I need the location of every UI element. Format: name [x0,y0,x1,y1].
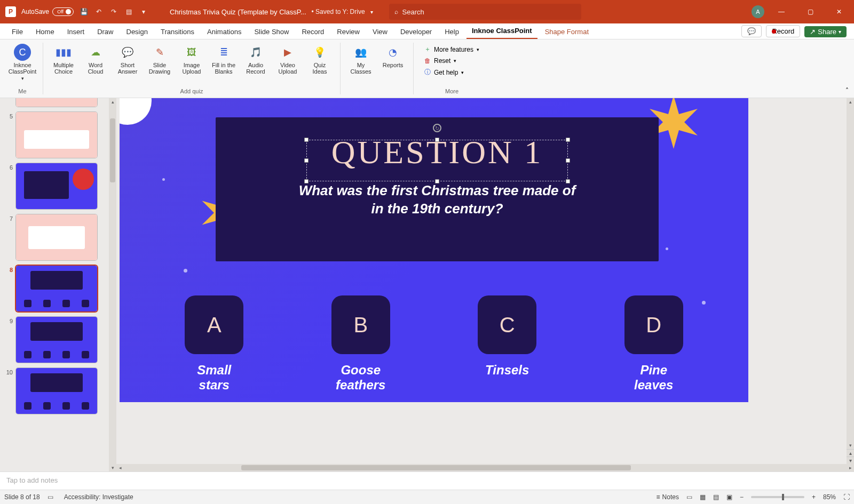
tab-slideshow[interactable]: Slide Show [249,25,294,39]
slide-thumb[interactable] [16,98,97,107]
resize-handle[interactable] [435,179,439,183]
resize-handle[interactable] [566,138,570,142]
view-reading-button[interactable]: ▤ [713,493,719,501]
redo-icon[interactable]: ↷ [109,7,118,17]
thumbnail-scrollbar[interactable]: ▴ ▾ [109,98,116,471]
thumbnail-list[interactable]: 5 6 7 8 9 10 [0,98,109,471]
tab-draw[interactable]: Draw [92,25,118,39]
zoom-out-button[interactable]: − [740,493,744,501]
tab-review[interactable]: Review [331,25,365,39]
reset-button[interactable]: 🗑Reset▾ [424,57,479,65]
fill-blanks-button[interactable]: ≣Fill in the Blanks [209,42,239,77]
reports-button[interactable]: ◔Reports [378,42,408,77]
scroll-up-icon[interactable]: ▴ [109,98,116,106]
resize-handle[interactable] [304,158,309,163]
tab-view[interactable]: View [367,25,393,39]
scroll-right-icon[interactable]: ▸ [847,465,854,470]
my-classes-button[interactable]: 👥My Classes [346,42,376,77]
scroll-handle[interactable] [110,118,115,182]
autosave-toggle[interactable]: Off [52,7,74,16]
scroll-up-icon[interactable]: ▴ [847,98,854,106]
tab-help[interactable]: Help [439,25,464,39]
slide-thumb-9[interactable] [16,317,97,363]
zoom-slider[interactable] [751,496,804,498]
undo-icon[interactable]: ↶ [94,7,104,17]
scroll-down-icon[interactable]: ▾ [109,464,116,471]
slide-thumb-6[interactable] [16,163,97,209]
maximize-button[interactable]: ▢ [798,0,822,23]
slide-thumb-10[interactable] [16,368,97,414]
inknoe-classpoint-button[interactable]: C Inknoe ClassPoint ▾ [7,42,37,83]
answer-label[interactable]: Small stars [182,363,246,393]
tab-file[interactable]: File [6,25,28,39]
slide-thumb-7[interactable] [16,214,97,260]
answer-tile[interactable]: B [331,295,390,354]
zoom-in-button[interactable]: + [812,493,816,501]
zoom-knob[interactable] [782,494,784,500]
search-input[interactable] [402,8,576,16]
tab-inknoe-classpoint[interactable]: Inknoe ClassPoint [466,23,537,39]
notes-button[interactable]: ≡Notes [657,493,679,501]
resize-handle[interactable] [304,138,309,142]
get-help-button[interactable]: ⓘGet help▾ [424,68,479,77]
rotation-handle[interactable] [433,124,441,132]
slide-drawing-button[interactable]: ✎Slide Drawing [145,42,175,77]
word-cloud-button[interactable]: ☁Word Cloud [81,42,110,77]
fit-window-button[interactable]: ⛶ [843,493,850,501]
answer-label[interactable]: Tinsels [475,363,539,378]
qat-dropdown-icon[interactable]: ▾ [139,7,148,17]
view-sorter-button[interactable]: ▦ [700,493,706,501]
save-icon[interactable]: 💾 [79,7,89,17]
scroll-handle[interactable] [241,465,631,470]
search-box[interactable]: ⌕ [389,4,581,20]
tab-shape-format[interactable]: Shape Format [540,25,594,39]
collapse-ribbon-button[interactable]: ˄ [845,87,849,94]
short-answer-button[interactable]: 💬Short Answer [113,42,143,77]
question-text[interactable]: What was the first Christmas tree made o… [299,182,576,218]
tab-developer[interactable]: Developer [395,25,437,39]
resize-handle[interactable] [435,138,439,142]
more-features-button[interactable]: ＋More features▾ [424,45,479,54]
scroll-left-icon[interactable]: ◂ [116,465,124,470]
tab-design[interactable]: Design [121,25,153,39]
view-slideshow-button[interactable]: ▣ [726,493,732,501]
resize-handle[interactable] [566,179,570,183]
answer-label[interactable]: Pine leaves [622,363,686,393]
tab-record[interactable]: Record [296,25,329,39]
vertical-scrollbar[interactable]: ▴ ▾ ▴ ▾ [847,98,854,464]
audio-record-button[interactable]: 🎵Audio Record [241,42,271,77]
avatar[interactable]: A [752,5,764,18]
zoom-level[interactable]: 85% [823,493,836,501]
view-normal-button[interactable]: ▭ [686,493,692,501]
answer-c[interactable]: C Tinsels [475,295,539,393]
minimize-button[interactable]: — [770,0,793,23]
next-slide-button[interactable]: ▾ [847,457,854,464]
image-upload-button[interactable]: 🖼Image Upload [177,42,207,77]
answer-tile[interactable]: D [624,295,683,354]
answer-tile[interactable]: A [185,295,243,354]
comments-button[interactable]: 💬 [741,25,762,37]
title-dropdown-icon[interactable]: ▾ [370,9,373,15]
multiple-choice-button[interactable]: ▮▮▮Multiple Choice [49,42,78,77]
tab-animations[interactable]: Animations [202,25,247,39]
close-button[interactable]: ✕ [827,0,851,23]
tab-insert[interactable]: Insert [62,25,90,39]
prev-slide-button[interactable]: ▴ [847,449,854,457]
share-button[interactable]: ↗Share▾ [804,26,847,37]
record-button[interactable]: Record [766,25,800,37]
scroll-down-icon[interactable]: ▾ [847,442,854,449]
tab-home[interactable]: Home [30,25,60,39]
answer-a[interactable]: A Small stars [182,295,246,393]
video-upload-button[interactable]: ▶Video Upload [273,42,303,77]
resize-handle[interactable] [304,179,309,183]
resize-handle[interactable] [566,158,570,163]
tab-transitions[interactable]: Transitions [155,25,200,39]
saved-location[interactable]: • Saved to Y: Drive [312,8,365,15]
present-icon[interactable]: ▤ [124,7,133,17]
answer-d[interactable]: D Pine leaves [622,295,686,393]
horizontal-scrollbar[interactable]: ◂ ▸ [116,464,854,471]
slide-position[interactable]: Slide 8 of 18 [4,493,40,501]
accessibility-button[interactable]: Accessibility: Investigate [61,493,133,501]
document-title[interactable]: Christmas Trivia Quiz (Template by Class… [170,8,306,16]
answer-label[interactable]: Goose feathers [329,363,393,393]
